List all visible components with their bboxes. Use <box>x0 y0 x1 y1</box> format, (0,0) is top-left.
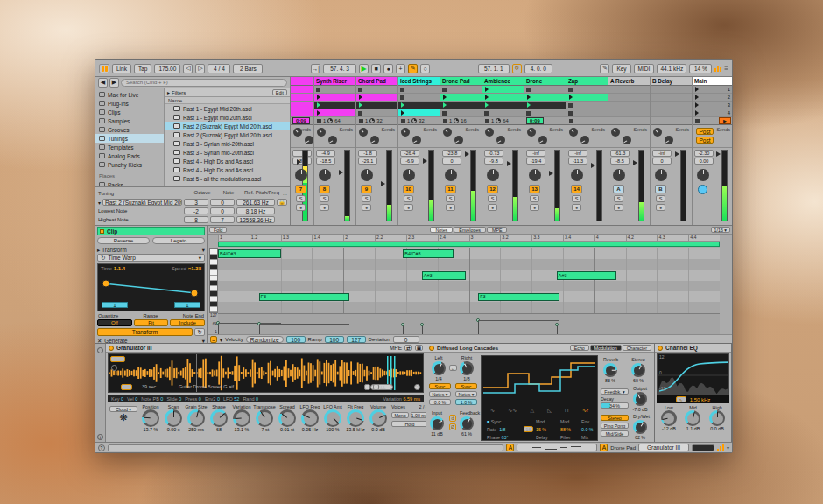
loop-switch[interactable]: ↻ <box>512 64 522 74</box>
send-a-knob[interactable] <box>293 128 302 136</box>
clip-slot[interactable] <box>566 86 608 94</box>
file-row[interactable]: Rast 4 - High Ds and As.ascl <box>165 165 290 174</box>
transform-apply-button[interactable]: Transform <box>97 328 193 336</box>
knob-variation[interactable]: Variation13.1 % <box>230 404 253 442</box>
file-row[interactable]: Rast 1 - Egypt Mid 20th.ascl <box>165 104 290 113</box>
volume-fader-handle[interactable] <box>507 161 511 166</box>
device-title[interactable]: Diffused Long Cascades <box>437 346 498 351</box>
transform-refresh-icon[interactable]: ↻ <box>194 328 205 336</box>
volume-fader-handle[interactable] <box>675 151 679 157</box>
send-b-knob[interactable] <box>412 136 421 144</box>
tab-modulation[interactable]: Modulation <box>590 345 622 351</box>
clip-slot[interactable] <box>291 94 313 102</box>
knob-dial[interactable] <box>256 410 273 427</box>
track-number-button[interactable]: 11 <box>445 185 456 193</box>
sidebar-item-packs[interactable]: Packs <box>95 180 164 186</box>
mid-side-button[interactable]: Mid/Side <box>601 430 629 437</box>
back-to-arrangement-button[interactable]: ▶ <box>719 117 731 124</box>
midi-note[interactable]: B4/C#3 <box>218 249 281 258</box>
clip-slot[interactable] <box>651 109 692 117</box>
send-b-knob[interactable] <box>665 136 673 144</box>
peak-level-field[interactable]: -2.30 <box>694 150 714 157</box>
pan-knob[interactable] <box>319 169 331 181</box>
knob-echo-input[interactable] <box>430 416 444 430</box>
clip-slot[interactable] <box>291 86 313 94</box>
volume-field[interactable]: 0 <box>442 158 461 164</box>
device-on-icon[interactable] <box>429 346 434 351</box>
sidebar-item-max-for-live[interactable]: Max for Live <box>95 90 164 99</box>
mono-button[interactable]: Mono <box>391 412 409 418</box>
send-a-knob[interactable] <box>653 128 662 136</box>
peak-level-field[interactable]: -1.8 <box>358 150 377 157</box>
clip-status-row[interactable]: 0:09 <box>291 117 313 125</box>
file-row[interactable]: Rast 2 (Suznak) Egypt Mid 20th.ascl <box>165 130 290 139</box>
forward-icon[interactable]: ▶ <box>109 78 119 88</box>
velocity-chooser[interactable]: Velocity <box>225 337 243 342</box>
sidebar-item-analog-pads[interactable]: Analog Pads <box>95 151 164 160</box>
highest-note-field[interactable]: 7 <box>210 216 235 223</box>
velocity-lane[interactable] <box>218 313 720 334</box>
randomize-button[interactable]: Randomize <box>246 336 284 343</box>
track-header[interactable]: Drone Pad <box>440 77 482 86</box>
volume-fader-handle[interactable] <box>339 170 343 175</box>
volume-field[interactable]: -6.9 <box>400 158 419 164</box>
lane-icon[interactable]: = <box>210 336 217 343</box>
midi-note[interactable]: A#3 <box>557 271 616 280</box>
transform-mode-dropdown[interactable]: ↻Time Warp▾ <box>97 254 205 262</box>
deviation-field[interactable]: 0 <box>393 336 419 343</box>
clip-slot[interactable]: 1 <box>693 86 732 94</box>
piano-key[interactable] <box>210 307 217 312</box>
volume-fader-handle[interactable] <box>297 159 301 164</box>
warp-value-2[interactable]: 1 <box>174 302 200 308</box>
back-icon[interactable]: ◀ <box>98 78 108 88</box>
peak-level-field[interactable]: -inf <box>652 150 672 157</box>
sync-right-toggle[interactable]: Sync <box>455 383 477 389</box>
knob-dial[interactable] <box>301 410 319 427</box>
curve-icon[interactable]: ∿ <box>676 396 686 402</box>
volume-fader-handle[interactable] <box>716 151 721 157</box>
clip-slot[interactable] <box>524 109 566 117</box>
knob-lfo-freq[interactable]: LFO Freq0.05 Hz <box>299 404 321 442</box>
clip-slot[interactable] <box>608 86 650 94</box>
peak-level-field[interactable]: -inf <box>568 150 587 157</box>
clip-slot[interactable] <box>566 102 608 109</box>
lowest-note-field[interactable]: 0 <box>210 207 235 214</box>
device-activator-icon[interactable] <box>97 347 103 354</box>
knob-echo-output[interactable] <box>633 392 647 406</box>
pan-knob[interactable] <box>445 169 457 181</box>
clip-slot[interactable] <box>314 109 355 117</box>
sidebar-item-clips[interactable]: Clips <box>95 108 164 116</box>
pan-knob[interactable] <box>529 169 541 181</box>
hotswap-icon[interactable]: ⇄ <box>404 345 412 351</box>
save-icon[interactable]: ▣ <box>415 345 423 351</box>
knob-dial[interactable] <box>661 410 677 426</box>
peak-level-field[interactable]: -61.3 <box>610 150 630 157</box>
file-row[interactable]: Rast 3 - Syrian mid-20th.ascl <box>165 139 290 148</box>
peak-level-field[interactable]: -26.4 <box>400 150 419 157</box>
track-header[interactable] <box>291 77 313 86</box>
clip-slot[interactable] <box>482 109 524 117</box>
notes-left-dropdown[interactable]: Notes ▾ <box>429 391 451 397</box>
offset-left-field[interactable]: 0.0 % <box>429 399 451 405</box>
tempo-field[interactable]: 175.00 <box>154 64 180 74</box>
sidebar-item-grooves[interactable]: Grooves <box>95 125 164 134</box>
cue-knob[interactable] <box>698 185 707 194</box>
send-b-knob[interactable] <box>538 136 547 144</box>
name-column-header[interactable]: Name <box>165 97 290 104</box>
clip-slot[interactable] <box>440 102 482 109</box>
automation-b-button[interactable]: A <box>600 444 608 452</box>
new-button[interactable]: + <box>396 64 405 74</box>
knob-volume[interactable]: Volume0.0 dB <box>367 404 390 442</box>
sidebar-item-punchy-kicks[interactable]: Punchy Kicks <box>95 160 164 169</box>
midi-note[interactable]: F3 <box>478 293 559 302</box>
track-header[interactable]: B Delay <box>651 77 692 86</box>
clip-slot[interactable] <box>356 102 397 109</box>
send-a-knob[interactable] <box>569 128 578 136</box>
tab-notes[interactable]: Notes <box>430 227 453 233</box>
send-a-knob[interactable] <box>527 128 536 136</box>
info-icon[interactable]: i <box>97 434 103 440</box>
clip-slot[interactable] <box>482 94 524 102</box>
solo-button[interactable]: S <box>446 195 455 202</box>
knob-grain-size[interactable]: Grain Size250 ms <box>185 404 208 442</box>
track-number-button[interactable]: 7 <box>295 185 306 193</box>
